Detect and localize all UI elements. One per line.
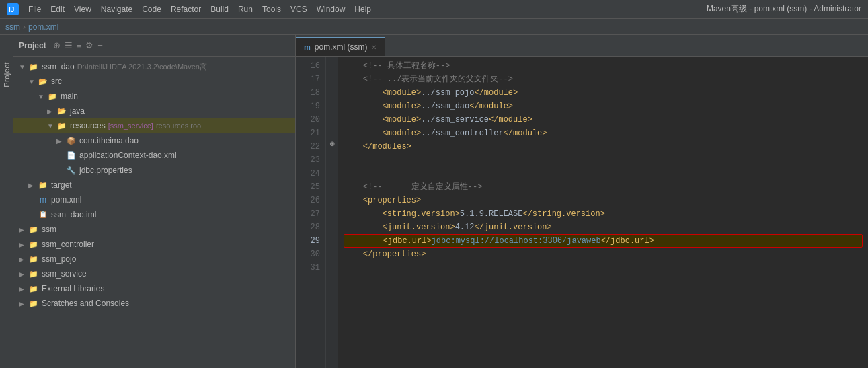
tree-item-ssm-dao-iml[interactable]: 📋 ssm_dao.iml [13, 207, 295, 222]
project-tab-strip[interactable]: Project [0, 35, 13, 368]
menu-view[interactable]: View [70, 3, 95, 15]
menu-edit[interactable]: Edit [46, 3, 69, 15]
tree-item-main[interactable]: 📁 main [13, 89, 295, 104]
menu-help[interactable]: Help [350, 3, 375, 15]
label-ssm-dao-iml: ssm_dao.iml [51, 210, 96, 219]
tree-item-target[interactable]: 📁 target [13, 178, 295, 192]
code-line-20: <module>../ssm_service</module> [344, 113, 863, 126]
tree-item-app-context[interactable]: 📄 applicationContext-dao.xml [13, 148, 295, 163]
line-num-28: 28 [296, 221, 320, 234]
folder-icon-resources: 📁 [56, 120, 67, 131]
label-ssm_dao: ssm_dao [42, 62, 75, 71]
tree-item-ssm-service[interactable]: 📁 ssm_service [13, 266, 295, 281]
menu-vcs[interactable]: VCS [286, 3, 311, 15]
line-num-25: 25 [296, 180, 320, 194]
tree-item-scratches[interactable]: 📁 Scratches and Consoles [13, 296, 295, 311]
props-icon-jdbc: 🔧 [66, 165, 77, 176]
tab-close-button[interactable]: ✕ [371, 44, 377, 51]
xml-icon-app-context: 📄 [66, 150, 77, 161]
line-num-22: 22 [296, 140, 320, 153]
code-comment-25: <!-- 定义自定义属性--> [344, 180, 482, 194]
package-icon-com-itheima: 📦 [66, 135, 77, 146]
tree-item-java[interactable]: 📂 java [13, 104, 295, 118]
expand-all-icon[interactable]: ≡ [77, 40, 82, 50]
arrow-ssm [19, 226, 27, 233]
sidebar-title: Project [19, 41, 46, 50]
menu-refactor[interactable]: Refactor [167, 3, 205, 15]
line-num-16: 16 [296, 59, 320, 73]
label-java: java [70, 106, 85, 116]
arrow-java [47, 108, 55, 115]
menu-window[interactable]: Window [313, 3, 350, 15]
label-target: target [51, 180, 72, 190]
window-title: Maven高级 - pom.xml (ssm) - Administrator [707, 3, 861, 15]
label-ssm-pojo: ssm_pojo [42, 254, 76, 264]
tree-item-ssm_dao[interactable]: 📁 ssm_dao D:\IntelliJ IDEA 2021.3.2\code… [13, 59, 295, 74]
gutter: ⊕ [326, 57, 338, 368]
line-num-27: 27 [296, 207, 320, 221]
folder-icon-ext-libs: 📁 [28, 283, 39, 294]
tree-item-ssm-pojo[interactable]: 📁 ssm_pojo [13, 252, 295, 266]
label-main: main [61, 91, 78, 101]
menu-build[interactable]: Build [206, 3, 233, 15]
code-comment-17: <!-- ../表示当前文件夹的父文件夹--> [344, 73, 513, 86]
code-line-22: </modules> [344, 140, 863, 153]
tree-item-ssm-controller[interactable]: 📁 ssm_controller [13, 237, 295, 252]
editor-tab-pom[interactable]: m pom.xml (ssm) ✕ [296, 37, 385, 56]
editor-area: m pom.xml (ssm) ✕ 16 17 18 19 20 21 22 2… [296, 35, 868, 368]
line-num-23: 23 [296, 153, 320, 167]
menu-bar: File Edit View Navigate Code Refactor Bu… [24, 3, 707, 15]
code-line-23 [344, 153, 863, 167]
folder-icon-src: 📂 [38, 76, 48, 87]
menu-run[interactable]: Run [234, 3, 257, 15]
label-scratches: Scratches and Consoles [42, 299, 129, 308]
tree-item-src[interactable]: 📂 src [13, 74, 295, 89]
label-app-context: applicationContext-dao.xml [79, 151, 177, 160]
tab-pom-icon: m [304, 43, 311, 51]
line-num-17: 17 [296, 73, 320, 86]
breadcrumb-ssm[interactable]: ssm [5, 22, 20, 32]
code-line-24 [344, 167, 863, 180]
menu-navigate[interactable]: Navigate [97, 3, 136, 15]
line-num-31: 31 [296, 261, 320, 274]
tree-item-ext-libs[interactable]: 📁 External Libraries [13, 281, 295, 296]
breadcrumb: ssm › pom.xml [0, 19, 868, 35]
folder-icon-scratches: 📁 [28, 298, 39, 309]
arrow-resources [47, 122, 55, 130]
code-line-31 [344, 261, 863, 274]
menu-file[interactable]: File [24, 3, 45, 15]
settings-icon[interactable]: ⚙ [85, 40, 93, 50]
tag2-resources: resources roo [156, 122, 201, 130]
label-ext-libs: External Libraries [42, 284, 104, 293]
collapse-all-icon[interactable]: ☰ [65, 40, 73, 50]
arrow-ssm-pojo [19, 256, 27, 263]
iml-icon: 📋 [38, 209, 48, 220]
tree-item-com-itheima[interactable]: 📦 com.itheima.dao [13, 133, 295, 148]
folder-icon-main: 📁 [47, 91, 58, 102]
folder-icon-ssm-pojo: 📁 [28, 254, 39, 264]
menu-code[interactable]: Code [138, 3, 165, 15]
arrow-com-itheima [56, 137, 65, 145]
sidebar-content: 📁 ssm_dao D:\IntelliJ IDEA 2021.3.2\code… [13, 57, 295, 368]
label-com-itheima: com.itheima.dao [79, 136, 139, 145]
breadcrumb-pomxml[interactable]: pom.xml [28, 22, 58, 32]
label-resources: resources [70, 121, 106, 131]
code-line-21: <module>../ssm_controller</module> [344, 126, 863, 140]
pom-icon: m [38, 194, 48, 205]
tree-item-pom[interactable]: m pom.xml [13, 192, 295, 207]
tree-item-ssm[interactable]: 📁 ssm [13, 222, 295, 237]
tree-item-resources[interactable]: 📁 resources [ssm_service] resources roo [13, 118, 295, 133]
app-logo: IJ [7, 3, 19, 15]
tree-item-jdbc-props[interactable]: 🔧 jdbc.properties [13, 163, 295, 178]
add-module-icon[interactable]: ⊕ [53, 40, 61, 50]
folder-icon-java: 📂 [56, 106, 67, 116]
menu-tools[interactable]: Tools [258, 3, 285, 15]
code-line-28: <junit.version>4.12</junit.version> [344, 221, 863, 234]
line-numbers: 16 17 18 19 20 21 22 23 24 25 26 27 28 2… [296, 57, 326, 368]
label-jdbc-props: jdbc.properties [79, 165, 132, 175]
code-line-18: <module>../ssm_pojo</module> [344, 86, 863, 100]
line-num-18: 18 [296, 86, 320, 100]
minimize-icon[interactable]: − [97, 40, 103, 50]
code-content[interactable]: <!-- 具体工程名称--> <!-- ../表示当前文件夹的父文件夹--> <… [338, 57, 868, 368]
arrow-scratches [19, 300, 27, 307]
